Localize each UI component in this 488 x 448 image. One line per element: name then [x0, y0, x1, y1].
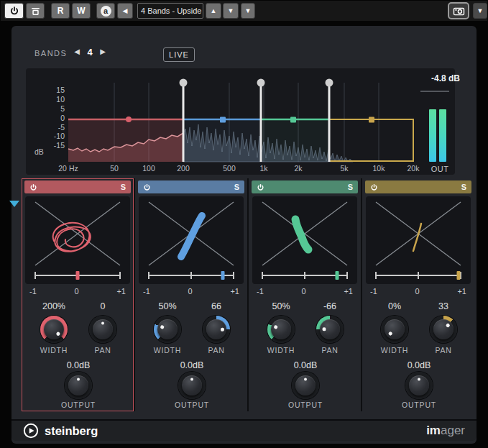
band-header: S [138, 180, 244, 193]
freq-tick: 1k [249, 164, 278, 173]
db-tick: 5 [42, 104, 65, 113]
pan-scale: -10+1 [252, 287, 357, 296]
freq-tick: 100 [134, 164, 163, 173]
window-menu-button[interactable]: ▼ [473, 3, 487, 19]
freq-tick: 10k [364, 164, 393, 173]
plugin-power-button[interactable] [4, 3, 24, 19]
pan-slider-handle[interactable] [336, 271, 339, 280]
up-arrow-icon: ▲ [211, 7, 217, 14]
bypass-button[interactable] [26, 3, 45, 19]
scope-cross [35, 202, 120, 265]
scope-cross [262, 202, 347, 265]
band-panel-4[interactable]: S [362, 178, 474, 411]
pan-value: 33 [420, 301, 466, 311]
width-knob[interactable] [154, 316, 181, 343]
band-power-icon[interactable] [143, 183, 151, 191]
width-label: WIDTH [258, 346, 304, 355]
next-preset-button[interactable]: ▼ [223, 3, 239, 19]
previous-preset-button[interactable]: ▲ [206, 3, 221, 19]
collapse-button[interactable] [9, 198, 20, 209]
output-level-readout: -4.8 dB [407, 73, 460, 83]
vectorscope [139, 196, 244, 284]
vectorscope [252, 196, 357, 284]
pan-slider-handle[interactable] [76, 271, 80, 280]
width-knob[interactable] [381, 316, 408, 343]
band-panel-1[interactable]: S [22, 178, 134, 411]
band-header: S [365, 180, 471, 193]
live-button[interactable]: LIVE [163, 47, 195, 62]
db-tick: -5 [42, 123, 65, 132]
width-knob[interactable] [40, 316, 68, 343]
band-panel-2[interactable]: S [135, 178, 247, 411]
width-knob[interactable] [267, 316, 295, 343]
band4-gain-handle[interactable] [369, 117, 374, 123]
pan-scale: -10+1 [139, 287, 244, 296]
output-knob[interactable] [65, 372, 92, 399]
pan-slider[interactable] [34, 271, 121, 280]
solo-button[interactable]: S [121, 183, 126, 191]
write-automation-button[interactable]: W [72, 3, 91, 19]
output-divider [420, 91, 449, 92]
output-knob[interactable] [178, 372, 206, 399]
power-icon [9, 6, 19, 16]
db-tick: -15 [42, 141, 65, 150]
freq-tick: 2k [284, 164, 313, 173]
pan-slider[interactable] [262, 271, 348, 280]
freq-tick: 5k [330, 164, 359, 173]
snapshot-button[interactable] [448, 2, 469, 19]
output-knob[interactable] [292, 372, 319, 399]
write-label: W [77, 6, 85, 16]
output-value: 0.0dB [55, 360, 101, 370]
read-label: R [57, 6, 64, 16]
switch-ab-button[interactable]: a [96, 3, 115, 19]
bands-increment-button[interactable]: ▶ [98, 47, 108, 55]
down-arrow-icon: ▼ [228, 7, 234, 14]
preset-menu-button[interactable]: ▼ [241, 3, 255, 19]
band3-gain-handle[interactable] [290, 117, 296, 123]
left-arrow-icon: ◀ [123, 7, 128, 14]
band2-gain-handle[interactable] [220, 117, 226, 123]
spectrum-graph [26, 68, 455, 175]
solo-button[interactable]: S [234, 183, 239, 191]
product-name: imager [426, 424, 465, 438]
output-knob[interactable] [405, 372, 433, 399]
solo-button[interactable]: S [348, 183, 353, 191]
band-power-icon[interactable] [370, 183, 378, 191]
band-header: S [252, 180, 358, 193]
pan-knob[interactable] [89, 316, 116, 343]
solo-button[interactable]: S [461, 183, 466, 191]
output-value: 0.0dB [282, 360, 328, 370]
width-label: WIDTH [372, 346, 418, 355]
band1-gain-handle[interactable] [126, 116, 132, 122]
band-header: S [24, 180, 131, 193]
preset-name-field[interactable]: 4 Bands - Upside Down [137, 3, 203, 19]
band4-gain-box[interactable] [329, 119, 413, 161]
bands-decrement-button[interactable]: ◀ [72, 47, 82, 55]
spectrum-analyzer[interactable]: 15 10 5 0 -5 -10 -15 dB 20 Hz 50 100 200… [26, 68, 455, 175]
pan-slider[interactable] [148, 271, 234, 280]
pan-knob[interactable] [203, 316, 230, 343]
freq-tick: 50 [100, 164, 129, 173]
read-automation-button[interactable]: R [51, 3, 70, 19]
band-power-icon[interactable] [29, 183, 37, 191]
scope-scribble [413, 224, 421, 251]
pan-slider-handle[interactable] [457, 271, 461, 280]
live-label: LIVE [169, 50, 189, 59]
freq-tick: 500 [215, 164, 244, 173]
pan-label: PAN [193, 346, 239, 355]
output-label: OUTPUT [55, 401, 101, 409]
pan-knob[interactable] [430, 316, 457, 343]
db-unit-label: dB [34, 147, 44, 156]
toolbar: R W a ◀ 4 Bands - Upside Down ▲ ▼ ▼ [1, 1, 487, 21]
db-tick: -10 [42, 132, 65, 140]
scope-scribble [53, 223, 91, 252]
steinberg-circle-icon [23, 423, 39, 439]
band-panel-3[interactable]: S [249, 178, 361, 411]
band-power-icon[interactable] [257, 183, 264, 191]
pan-slider[interactable] [375, 271, 461, 280]
pan-slider-handle[interactable] [221, 271, 224, 280]
pan-label: PAN [420, 346, 466, 355]
chevron-down-icon: ▼ [477, 7, 484, 14]
pan-knob[interactable] [316, 316, 344, 343]
copy-ab-button[interactable]: ◀ [117, 3, 133, 19]
